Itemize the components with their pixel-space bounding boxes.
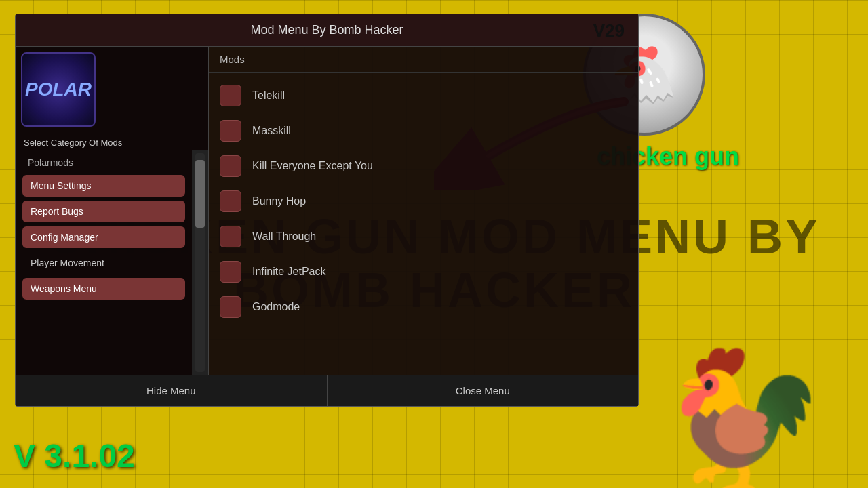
sidebar-category-header: Select Category Of Mods bbox=[16, 132, 208, 150]
mod-item-infinite-jetpack: Infinite JetPack bbox=[209, 254, 638, 289]
modal-title: Mod Menu By Bomb Hacker bbox=[250, 23, 403, 37]
sidebar-scrollbar-track[interactable] bbox=[195, 153, 205, 372]
sidebar-body: Polarmods Menu Settings Report Bugs Conf… bbox=[16, 150, 208, 375]
mod-toggle-kill-everyone[interactable] bbox=[220, 155, 241, 177]
modal-footer: Hide Menu Close Menu bbox=[16, 375, 638, 406]
mod-toggle-wall-through[interactable] bbox=[220, 226, 241, 247]
sidebar-btn-weapons-menu[interactable]: Weapons Menu bbox=[22, 278, 185, 300]
mod-label-bunny-hop: Bunny Hop bbox=[252, 195, 306, 207]
sidebar-nav: Polarmods Menu Settings Report Bugs Conf… bbox=[16, 150, 192, 375]
mod-label-telekill: Telekill bbox=[252, 89, 285, 102]
mods-header: Mods bbox=[209, 47, 638, 73]
mod-label-godmode: Godmode bbox=[252, 301, 300, 313]
sidebar-btn-report-bugs[interactable]: Report Bugs bbox=[22, 201, 185, 222]
sidebar-item-polarmods: Polarmods bbox=[22, 155, 185, 171]
mod-label-infinite-jetpack: Infinite JetPack bbox=[252, 266, 326, 278]
mod-toggle-infinite-jetpack[interactable] bbox=[220, 261, 241, 283]
mod-label-masskill: Masskill bbox=[252, 125, 291, 137]
mods-content-area: Mods Telekill Masskill Kill Everyone Exc… bbox=[209, 47, 638, 375]
mod-toggle-masskill[interactable] bbox=[220, 120, 241, 142]
mod-toggle-godmode[interactable] bbox=[220, 296, 241, 318]
sidebar-scrollbar-area bbox=[192, 150, 208, 375]
mod-item-bunny-hop: Bunny Hop bbox=[209, 184, 638, 219]
modal-version-badge: V29 bbox=[593, 20, 625, 41]
mod-toggle-telekill[interactable] bbox=[220, 85, 241, 106]
mod-item-kill-everyone: Kill Everyone Except You bbox=[209, 148, 638, 184]
sidebar-btn-menu-settings[interactable]: Menu Settings bbox=[22, 175, 185, 197]
mod-label-kill-everyone: Kill Everyone Except You bbox=[252, 160, 373, 172]
close-menu-button[interactable]: Close Menu bbox=[328, 375, 639, 406]
mod-item-masskill: Masskill bbox=[209, 113, 638, 148]
sidebar: POLAR Select Category Of Mods Polarmods … bbox=[16, 47, 209, 375]
chicken-standing-character: 🐓 bbox=[658, 352, 827, 488]
mod-menu-modal: Mod Menu By Bomb Hacker V29 POLAR Select… bbox=[15, 14, 639, 407]
mod-label-wall-through: Wall Through bbox=[252, 230, 316, 243]
mods-list: Telekill Masskill Kill Everyone Except Y… bbox=[209, 73, 638, 375]
modal-body: POLAR Select Category Of Mods Polarmods … bbox=[16, 47, 638, 375]
sidebar-scrollbar-thumb[interactable] bbox=[195, 160, 205, 228]
mod-item-wall-through: Wall Through bbox=[209, 219, 638, 254]
mod-toggle-bunny-hop[interactable] bbox=[220, 190, 241, 212]
sidebar-item-player-movement[interactable]: Player Movement bbox=[22, 252, 185, 274]
version-label: V 3.1.02 bbox=[14, 437, 135, 474]
hide-menu-button[interactable]: Hide Menu bbox=[16, 375, 328, 406]
modal-titlebar: Mod Menu By Bomb Hacker V29 bbox=[16, 14, 638, 47]
mod-item-telekill: Telekill bbox=[209, 78, 638, 113]
sidebar-logo: POLAR bbox=[21, 52, 96, 127]
sidebar-btn-config-manager[interactable]: Config Manager bbox=[22, 226, 185, 248]
mod-item-godmode: Godmode bbox=[209, 289, 638, 325]
